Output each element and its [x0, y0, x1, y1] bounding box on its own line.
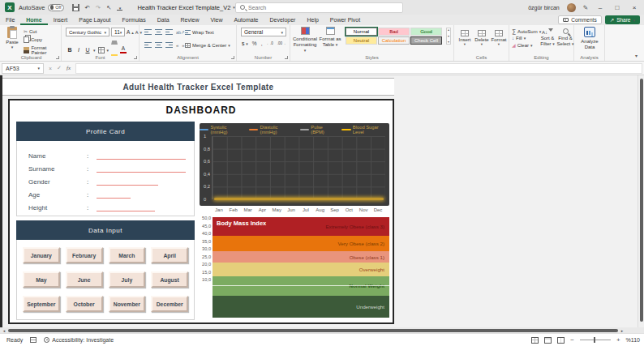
month-button-april[interactable]: April [151, 247, 188, 263]
zoom-slider[interactable] [580, 340, 611, 340]
profile-input-line-age[interactable] [97, 190, 131, 199]
style-gallery-scroll[interactable]: ▴▾▾ [446, 28, 451, 45]
alignment-dialog-launcher-icon[interactable] [231, 56, 234, 59]
align-bottom-icon[interactable] [165, 29, 173, 35]
cell-style-bad[interactable]: Bad [378, 28, 410, 36]
font-size-select[interactable]: 11 ▾ [111, 28, 125, 36]
tab-page-layout[interactable]: Page Layout [73, 15, 116, 25]
month-button-march[interactable]: March [109, 247, 146, 263]
name-box[interactable]: AF53 ▾ [2, 63, 44, 74]
profile-input-line-gender[interactable] [97, 177, 158, 186]
borders-icon[interactable] [98, 47, 105, 53]
comments-button[interactable]: Comments [558, 15, 601, 24]
month-button-july[interactable]: July [109, 271, 146, 288]
tab-home[interactable]: Home [20, 15, 47, 25]
month-button-october[interactable]: October [66, 296, 103, 312]
align-right-icon[interactable] [165, 42, 173, 48]
draw-pen-icon[interactable]: ✎ [583, 4, 588, 11]
comma-style-icon[interactable]: , [261, 41, 263, 46]
format-as-table-button[interactable]: Format as Table ▾ [318, 27, 342, 48]
month-button-november[interactable]: November [109, 296, 146, 312]
decrease-indent-icon[interactable]: « [176, 42, 178, 48]
underline-button[interactable]: U [84, 47, 91, 53]
align-left-icon[interactable] [144, 42, 152, 48]
enter-check-icon[interactable]: ✓ [57, 65, 62, 71]
document-title[interactable]: Health Tracker Excel Template_V2 ▾ [137, 4, 234, 11]
search-box[interactable] [235, 2, 403, 13]
month-button-december[interactable]: December [151, 296, 188, 312]
page-layout-view-icon[interactable] [544, 337, 552, 344]
number-dialog-launcher-icon[interactable] [285, 56, 288, 59]
cell-style-calculation[interactable]: Calculation [378, 36, 410, 45]
bmi-chart[interactable]: 50,045,040,035,030,025,020,015,010,0 Ext… [200, 217, 389, 318]
tab-automate[interactable]: Automate [229, 15, 264, 25]
increase-decimal-icon[interactable]: ←.0 [266, 41, 273, 45]
tab-power-pivot[interactable]: Power Pivot [324, 15, 366, 25]
bold-button[interactable]: B [67, 47, 73, 53]
cursor-mode-icon[interactable]: ↖ [106, 4, 111, 11]
clear-button[interactable]: ◢ Clear ▾ [512, 42, 541, 48]
formula-input[interactable] [75, 63, 642, 74]
tab-data[interactable]: Data [152, 15, 175, 25]
cells-format-button[interactable]: Format▾ [491, 30, 507, 46]
copy-button[interactable]: Copy [24, 36, 61, 43]
month-button-may[interactable]: May [23, 271, 60, 288]
font-name-select[interactable]: Century Gothic ▾ [66, 28, 109, 36]
save-icon[interactable] [72, 4, 79, 11]
merge-center-button[interactable]: Merge & Center ▾ [185, 43, 230, 48]
month-button-june[interactable]: June [66, 271, 103, 288]
profile-input-line-surname[interactable] [97, 164, 186, 173]
accounting-format-icon[interactable]: $▾ [242, 41, 248, 46]
autosave-switch-icon[interactable]: Off [48, 4, 64, 11]
conditional-formatting-button[interactable]: Conditional Formatting ▾ [292, 27, 318, 53]
sort-filter-button[interactable]: A↓ Sort & Filter ▾ [539, 28, 556, 47]
align-middle-icon[interactable] [155, 29, 162, 35]
horizontal-scrollbar[interactable]: ◂ ▸ [0, 327, 644, 333]
maximize-button[interactable]: □ [612, 4, 622, 11]
analyze-data-button[interactable]: Analyze Data [577, 27, 603, 50]
undo-icon[interactable]: ↶ [85, 4, 90, 11]
decrease-decimal-icon[interactable]: .00→ [277, 41, 286, 45]
grow-font-button[interactable]: A▴ [127, 28, 134, 36]
customize-qat-icon[interactable]: ▾ [117, 4, 122, 11]
macro-record-icon[interactable] [30, 337, 36, 343]
page-break-view-icon[interactable] [557, 337, 565, 344]
insert-function-icon[interactable]: fx [67, 65, 71, 71]
italic-button[interactable]: I [75, 47, 82, 53]
month-button-january[interactable]: January [23, 247, 60, 263]
cut-button[interactable]: ✂ Cut [24, 28, 61, 34]
find-select-button[interactable]: Find & Select ▾ [556, 28, 574, 47]
cell-style-good[interactable]: Good [410, 28, 442, 36]
vitals-line-chart[interactable]: Systolic (mmHg)Diastolic (mmHg)Pulse (BP… [200, 123, 389, 206]
tab-review[interactable]: Review [175, 15, 205, 25]
cancel-icon[interactable]: × [49, 66, 52, 71]
font-color-icon[interactable]: A [120, 46, 127, 53]
minimize-button[interactable]: – [595, 4, 605, 11]
scroll-right-icon[interactable]: ▸ [618, 328, 626, 333]
zoom-out-icon[interactable]: − [570, 336, 574, 344]
month-button-september[interactable]: September [23, 296, 60, 312]
fill-button[interactable]: ↓ Fill ▾ [512, 36, 541, 41]
cells-insert-button[interactable]: Insert▾ [457, 30, 473, 46]
share-button[interactable]: ↗ Share ▾ [605, 15, 640, 24]
tab-help[interactable]: Help [301, 15, 324, 25]
user-avatar[interactable] [567, 3, 576, 12]
profile-input-line-height[interactable] [97, 203, 155, 211]
collapse-ribbon-icon[interactable]: ▾ [635, 53, 638, 58]
cell-style-normal[interactable]: Normal [346, 28, 377, 36]
vertical-scrollbar[interactable] [638, 75, 644, 328]
zoom-in-icon[interactable]: + [616, 336, 620, 344]
cell-style-neutral[interactable]: Neutral [346, 36, 377, 45]
user-name[interactable]: özgür bircan [528, 5, 560, 11]
tab-developer[interactable]: Developer [264, 15, 302, 25]
tab-file[interactable]: File [0, 15, 20, 25]
tab-view[interactable]: View [205, 15, 229, 25]
align-top-icon[interactable] [144, 29, 152, 35]
normal-view-icon[interactable] [531, 337, 539, 344]
number-format-select[interactable]: General ▾ [241, 28, 286, 36]
clipboard-dialog-launcher-icon[interactable] [56, 56, 59, 59]
zoom-level[interactable]: %110 [626, 337, 640, 343]
close-button[interactable]: × [629, 4, 639, 11]
tab-formulas[interactable]: Formulas [117, 15, 152, 25]
accessibility-status[interactable]: Accessibility: Investigate [44, 337, 114, 343]
